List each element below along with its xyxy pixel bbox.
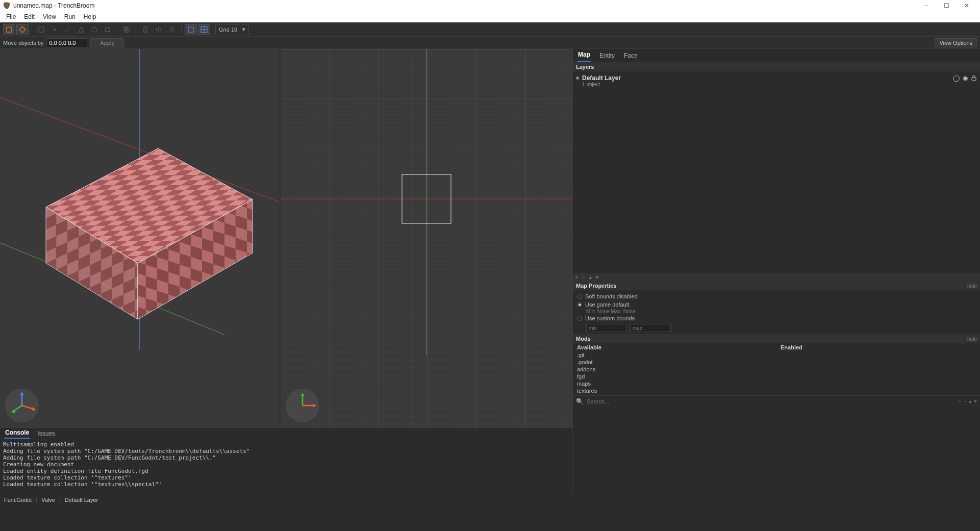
mod-item[interactable]: .git <box>577 351 772 359</box>
grid-toggle[interactable] <box>198 24 210 35</box>
svg-rect-10 <box>144 27 147 32</box>
layer-row[interactable]: Default Layer 1 object ◯ ◉ <box>576 73 977 88</box>
window-title: unnamed.map - TrenchBroom <box>13 2 94 9</box>
titlebar: unnamed.map - TrenchBroom ─ ☐ ✕ <box>0 0 980 11</box>
mods-header: Mods hide <box>573 334 980 343</box>
chevron-down-icon: ▾ <box>242 26 245 33</box>
console-output[interactable]: Multisampling enabled Adding file system… <box>0 439 572 494</box>
map-props-header: Map Properties hide <box>573 281 980 290</box>
tool-vertex[interactable] <box>48 24 61 35</box>
side-panel: Map Entity Face Layers Default Layer 1 o… <box>572 49 980 494</box>
mod-down-button[interactable]: ▾ <box>974 398 977 404</box>
menu-run[interactable]: Run <box>60 12 80 21</box>
mods-available-header: Available <box>577 344 772 350</box>
status-format: Valve <box>41 497 55 503</box>
add-layer-button[interactable]: + <box>575 274 578 280</box>
movebar: Move objects by Apply View Options <box>0 37 980 49</box>
tab-issues[interactable]: Issues <box>36 428 56 439</box>
tool-csg1[interactable] <box>120 24 133 35</box>
axis-widget-2d[interactable] <box>286 389 319 422</box>
statusbar: FuncGodot | Valve | Default Layer <box>0 494 980 505</box>
svg-line-4 <box>65 27 70 32</box>
tool-rotate[interactable] <box>88 24 100 35</box>
mod-item[interactable]: .godot <box>577 359 772 366</box>
bounds-min-input[interactable] <box>586 324 627 332</box>
mod-item[interactable]: addons <box>577 366 772 373</box>
menubar: File Edit View Run Help <box>0 11 980 22</box>
remove-layer-button[interactable]: − <box>582 274 585 280</box>
mod-item[interactable]: textures <box>577 387 772 394</box>
svg-marker-1 <box>19 27 26 33</box>
radio-soft-bounds-disabled[interactable]: Soft bounds disabled <box>577 292 976 300</box>
mods-search-row: 🔍 + − ▴ ▾ <box>573 395 980 407</box>
mod-item[interactable]: maps <box>577 380 772 387</box>
svg-rect-11 <box>188 27 193 32</box>
radio-game-default[interactable]: Use game default <box>577 300 976 309</box>
remove-mod-button[interactable]: − <box>964 398 967 404</box>
move-up-button[interactable]: ▴ <box>589 274 592 280</box>
minimize-button[interactable]: ─ <box>916 0 936 11</box>
layer-lock-icon[interactable] <box>971 75 977 81</box>
tool-brush[interactable] <box>16 24 29 35</box>
svg-point-6 <box>92 27 97 32</box>
layers-list: Default Layer 1 object ◯ ◉ <box>573 71 980 273</box>
close-button[interactable]: ✕ <box>957 0 977 11</box>
tool-clip[interactable] <box>35 24 47 35</box>
layer-visible-icon[interactable]: ◉ <box>963 74 968 82</box>
layer-toolbar: + − ▴ ▾ <box>573 273 980 281</box>
tool-duplicate[interactable] <box>139 24 152 35</box>
tool-flip-h[interactable] <box>153 24 165 35</box>
axis-widget-3d[interactable] <box>5 389 39 422</box>
tab-entity[interactable]: Entity <box>598 49 616 62</box>
search-input[interactable] <box>587 398 955 404</box>
move-input[interactable] <box>46 38 87 47</box>
bounds-max-input[interactable] <box>630 324 671 332</box>
menu-view[interactable]: View <box>39 12 60 21</box>
toolbar: Grid 16 ▾ <box>0 22 980 37</box>
tool-edge[interactable] <box>62 24 74 35</box>
svg-point-3 <box>54 29 56 31</box>
menu-file[interactable]: File <box>2 12 20 21</box>
layer-count: 1 object <box>582 82 621 87</box>
mod-item[interactable]: fgd <box>577 373 772 380</box>
status-game: FuncGodot <box>4 497 32 503</box>
layer-active-icon[interactable]: ◯ <box>953 74 960 82</box>
tool-flip-v[interactable] <box>166 24 178 35</box>
svg-line-35 <box>22 406 34 409</box>
move-down-button[interactable]: ▾ <box>596 274 598 280</box>
status-layer: Default Layer <box>65 497 98 503</box>
svg-marker-36 <box>32 407 36 411</box>
add-mod-button[interactable]: + <box>958 398 961 404</box>
snap-toggle[interactable] <box>185 24 197 35</box>
tab-map[interactable]: Map <box>577 48 591 62</box>
mods-enabled-header: Enabled <box>781 344 976 350</box>
search-icon: 🔍 <box>576 398 584 405</box>
apply-button[interactable]: Apply <box>90 38 124 47</box>
mods-body: Available .git .godot addons fgd maps te… <box>573 343 980 395</box>
tool-select[interactable] <box>3 24 15 35</box>
hide-link[interactable]: hide <box>967 283 977 289</box>
menu-edit[interactable]: Edit <box>20 12 39 21</box>
mod-up-button[interactable]: ▴ <box>969 398 972 404</box>
menu-help[interactable]: Help <box>80 12 100 21</box>
viewport-2d[interactable] <box>280 49 572 427</box>
move-label: Move objects by <box>3 40 43 46</box>
layers-header: Layers <box>573 62 980 71</box>
maximize-button[interactable]: ☐ <box>936 0 957 11</box>
tool-face[interactable] <box>75 24 87 35</box>
grid-size-select[interactable]: Grid 16 ▾ <box>215 24 249 35</box>
grid-size-label: Grid 16 <box>219 27 237 33</box>
svg-marker-34 <box>20 392 23 395</box>
tool-scale[interactable] <box>102 24 114 35</box>
svg-rect-7 <box>106 28 110 32</box>
tab-console[interactable]: Console <box>4 427 30 439</box>
bounds-none-label: Min: None Max: None <box>577 309 976 314</box>
viewport-3d[interactable] <box>0 49 280 427</box>
map-properties: Soft bounds disabled Use game default Mi… <box>573 290 980 334</box>
view-options-button[interactable]: View Options <box>935 38 977 47</box>
radio-custom-bounds[interactable]: Use custom bounds <box>577 314 976 322</box>
hide-link-mods[interactable]: hide <box>967 336 977 342</box>
svg-marker-5 <box>79 27 84 32</box>
tab-face[interactable]: Face <box>623 49 639 62</box>
bullet-icon <box>576 77 579 80</box>
